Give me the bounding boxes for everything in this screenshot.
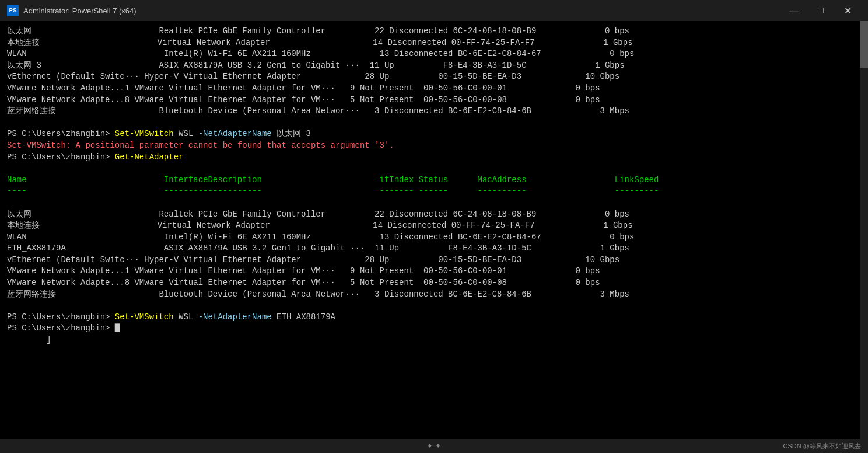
cmd-args-3: WSL bbox=[174, 312, 198, 322]
line-r1: 以太网 Realtek PCIe GbE Family Controller 2… bbox=[7, 209, 852, 221]
cmd-param-1: -NetAdapterName bbox=[198, 129, 272, 138]
line-r4: ETH_AX88179A ASIX AX88179A USB 3.2 Gen1 … bbox=[7, 243, 852, 255]
line-cmd2: PS C:\Users\zhangbin> Get-NetAdapter bbox=[7, 152, 852, 163]
cmd-param-3: -NetAdapterName bbox=[198, 312, 272, 322]
line-7: VMware Network Adapte...8 VMware Virtual… bbox=[7, 95, 852, 106]
line-1: 以太网 Realtek PCIe GbE Family Controller 2… bbox=[7, 26, 852, 37]
line-3: WLAN Intel(R) Wi-Fi 6E AX211 160MHz 13 D… bbox=[7, 48, 852, 60]
line-5: vEthernet (Default Switc··· Hyper-V Virt… bbox=[7, 71, 852, 83]
line-r2: 本地连接 Virtual Network Adapter 14 Disconne… bbox=[7, 220, 852, 232]
line-r6: VMware Network Adapte...1 VMware Virtual… bbox=[7, 266, 852, 277]
cmd-verb-3: Set-VMSwitch bbox=[115, 312, 174, 322]
cmd-val-3: ETH_AX88179A bbox=[272, 312, 335, 322]
line-r5: vEthernet (Default Switc··· Hyper-V Virt… bbox=[7, 255, 852, 266]
cmd-val-1: 以太网 3 bbox=[272, 129, 311, 138]
line-cmd1: PS C:\Users\zhangbin> Set-VMSwitch WSL -… bbox=[7, 128, 852, 140]
scrollbar-thumb[interactable] bbox=[860, 21, 868, 68]
line-cmd3: PS C:\Users\zhangbin> Set-VMSwitch WSL -… bbox=[7, 312, 852, 323]
line-4: 以太网 3 ASIX AX88179A USB 3.2 Gen1 to Giga… bbox=[7, 60, 852, 72]
powershell-window: PS Administrator: PowerShell 7 (x64) — □… bbox=[0, 0, 868, 453]
ps-prompt-2: PS C:\Users\zhangbin> bbox=[7, 152, 115, 162]
line-indent: ] bbox=[7, 334, 852, 346]
scrollbar[interactable] bbox=[860, 21, 868, 439]
cmd-verb-1: Set-VMSwitch bbox=[115, 129, 174, 138]
line-r3: WLAN Intel(R) Wi-Fi 6E AX211 160MHz 13 D… bbox=[7, 232, 852, 243]
close-button[interactable]: ✕ bbox=[834, 0, 861, 21]
line-8: 蓝牙网络连接 Bluetooth Device (Personal Area N… bbox=[7, 106, 852, 117]
line-blank-4 bbox=[7, 300, 852, 312]
table-separator: ---- -------------------- ------- ------… bbox=[7, 186, 852, 197]
brand-text: CSDN @等风来不如迎风去 bbox=[783, 442, 861, 451]
ps-prompt-4: PS C:\Users\zhangbin> bbox=[7, 323, 115, 333]
line-error: Set-VMSwitch: A positional parameter can… bbox=[7, 140, 852, 152]
title-bar: PS Administrator: PowerShell 7 (x64) — □… bbox=[0, 0, 868, 21]
ps-prompt-3: PS C:\Users\zhangbin> bbox=[7, 312, 115, 322]
line-r7: VMware Network Adapte...8 VMware Virtual… bbox=[7, 277, 852, 289]
line-6: VMware Network Adapte...1 VMware Virtual… bbox=[7, 83, 852, 95]
console-body[interactable]: 以太网 Realtek PCIe GbE Family Controller 2… bbox=[0, 21, 868, 439]
line-r8: 蓝牙网络连接 Bluetooth Device (Personal Area N… bbox=[7, 289, 852, 301]
table-header: Name InterfaceDescription ifIndex Status… bbox=[7, 175, 852, 186]
line-blank-3 bbox=[7, 197, 852, 209]
minimize-button[interactable]: — bbox=[780, 0, 807, 21]
cursor: █ bbox=[115, 323, 120, 333]
line-blank-1 bbox=[7, 117, 852, 129]
console-content: 以太网 Realtek PCIe GbE Family Controller 2… bbox=[7, 26, 861, 346]
window-title: Administrator: PowerShell 7 (x64) bbox=[23, 6, 776, 15]
bottom-bar: ♦ ♦ CSDN @等风来不如迎风去 bbox=[0, 439, 868, 453]
bottom-dots: ♦ ♦ bbox=[428, 442, 440, 450]
maximize-button[interactable]: □ bbox=[807, 0, 834, 21]
line-cmd4: PS C:\Users\zhangbin> █ bbox=[7, 323, 852, 334]
line-2: 本地连接 Virtual Network Adapter 14 Disconne… bbox=[7, 37, 852, 49]
cmd-verb-2: Get-NetAdapter bbox=[115, 152, 184, 162]
ps-prompt-1: PS C:\Users\zhangbin> bbox=[7, 129, 115, 138]
app-icon: PS bbox=[7, 5, 19, 16]
window-controls: — □ ✕ bbox=[780, 0, 861, 21]
cmd-args-1: WSL bbox=[174, 129, 198, 138]
line-blank-2 bbox=[7, 163, 852, 175]
